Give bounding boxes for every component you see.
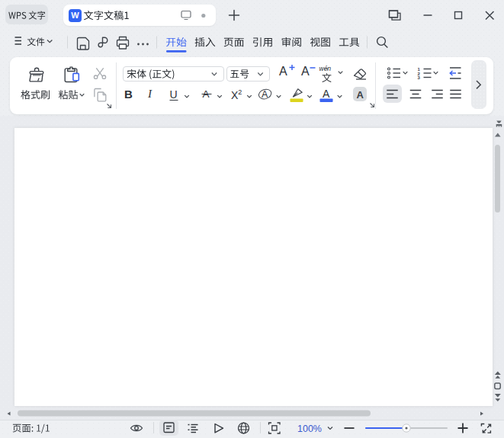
svg-text:3: 3 [418, 75, 421, 80]
